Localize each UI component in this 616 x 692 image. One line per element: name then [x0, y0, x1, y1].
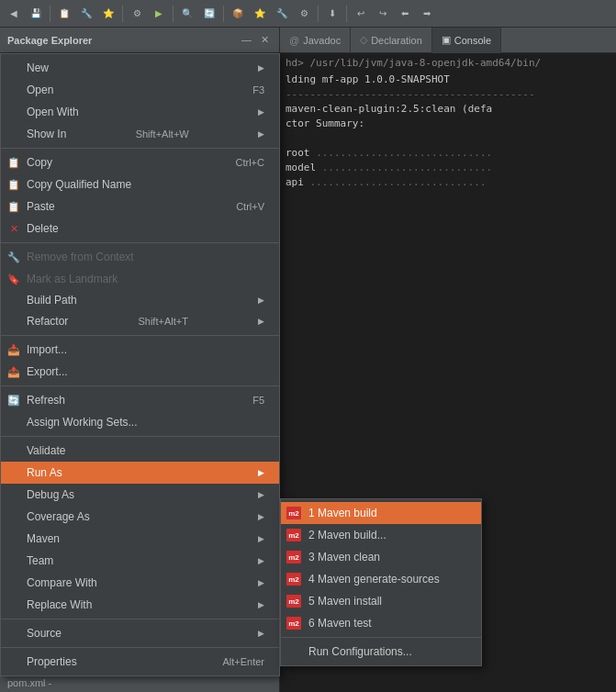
toolbar-star2-btn[interactable]: ⭐	[250, 4, 270, 24]
toolbar-run-btn[interactable]: ▶	[149, 4, 169, 24]
menu-label: Replace With	[27, 598, 92, 611]
submenu-separator	[281, 637, 481, 638]
toolbar-prev-btn[interactable]: ⬅	[395, 4, 415, 24]
console-line-blank	[286, 131, 610, 146]
toolbar-build-btn[interactable]: 🔧	[272, 4, 292, 24]
menu-item-open[interactable]: Open F3	[1, 79, 279, 101]
console-line-root: root .............................	[286, 146, 610, 161]
menu-item-assign-working-sets[interactable]: Assign Working Sets...	[1, 411, 279, 433]
menu-item-maven[interactable]: Maven ▶	[1, 528, 279, 550]
package-explorer-title: Package Explorer	[7, 35, 92, 46]
menu-item-replace-with[interactable]: Replace With ▶	[1, 594, 279, 616]
submenu-arrow-icon: ▶	[258, 600, 264, 609]
menu-item-delete[interactable]: ✕ Delete	[1, 218, 279, 240]
menu-shortcut: Shift+Alt+W	[136, 128, 189, 140]
panel-header-buttons: — ✕	[239, 34, 272, 46]
menu-item-paste[interactable]: 📋 Paste Ctrl+V	[1, 195, 279, 218]
menu-item-run-as[interactable]: Run As ▶	[1, 462, 279, 484]
menu-item-open-with[interactable]: Open With ▶	[1, 101, 279, 123]
menu-shortcut: F3	[252, 84, 264, 95]
menu-item-team[interactable]: Team ▶	[1, 550, 279, 572]
toolbar-config-btn[interactable]: ⚙	[294, 4, 314, 24]
menu-label: Show In	[27, 128, 66, 140]
console-line-3: ctor Summary:	[286, 117, 610, 131]
toolbar-settings-btn[interactable]: 🔧	[76, 4, 96, 24]
menu-separator	[1, 619, 279, 619]
toolbar-copy-btn[interactable]: 📋	[54, 4, 74, 24]
toolbar-search-btn[interactable]: 🔍	[177, 4, 197, 24]
tab-declaration[interactable]: ◇ Declaration	[351, 28, 432, 53]
submenu-item-maven-install[interactable]: m2 5 Maven install	[281, 590, 481, 612]
m2-icon: m2	[286, 617, 301, 630]
toolbar-star-btn[interactable]: ⭐	[98, 4, 118, 24]
menu-item-copy[interactable]: 📋 Copy Ctrl+C	[1, 151, 279, 173]
submenu-arrow-icon: ▶	[258, 468, 264, 477]
menu-item-debug-as[interactable]: Debug As ▶	[1, 484, 279, 506]
menu-item-export[interactable]: 📤 Export...	[1, 361, 279, 383]
import-icon: 📥	[6, 342, 21, 357]
tab-label: Javadoc	[303, 35, 341, 46]
declaration-tab-icon: ◇	[360, 34, 367, 46]
console-path-text: /usr/lib/jvm/java-8-openjdk-amd64/bin/	[310, 57, 542, 69]
menu-item-copy-qualified[interactable]: 📋 Copy Qualified Name	[1, 173, 279, 195]
m2-icon: m2	[286, 507, 301, 519]
toolbar-redo-btn[interactable]: ↪	[373, 4, 393, 24]
toolbar-undo-btn[interactable]: ↩	[351, 4, 371, 24]
submenu-arrow-icon: ▶	[258, 63, 264, 73]
submenu-item-maven-build-2[interactable]: m2 2 Maven build...	[281, 524, 481, 546]
submenu-item-run-configs[interactable]: Run Configurations...	[281, 641, 481, 663]
menu-label: Source	[27, 627, 62, 640]
submenu-item-maven-build-1[interactable]: m2 1 Maven build	[281, 502, 481, 524]
m2-icon: m2	[286, 529, 301, 541]
panel-minimize-btn[interactable]: —	[239, 34, 254, 46]
paste-icon: 📋	[6, 199, 21, 214]
toolbar-gear-btn[interactable]: ⚙	[127, 4, 147, 24]
toolbar-down-btn[interactable]: ⬇	[322, 4, 342, 24]
menu-item-coverage-as[interactable]: Coverage As ▶	[1, 506, 279, 528]
m2-icon: m2	[286, 573, 301, 586]
dots-2: ............................	[322, 162, 492, 173]
menu-item-new[interactable]: New ▶	[1, 57, 279, 79]
tab-javadoc[interactable]: @ Javadoc	[280, 28, 351, 53]
submenu-item-label: 5 Maven install	[308, 595, 382, 608]
menu-item-refresh[interactable]: 🔄 Refresh F5	[1, 389, 279, 411]
menu-item-mark-landmark: 🔖 Mark as Landmark	[1, 268, 279, 290]
menu-label: Open	[27, 84, 53, 96]
menu-item-build-path[interactable]: Build Path ▶	[1, 290, 279, 310]
submenu-item-maven-test[interactable]: m2 6 Maven test	[281, 612, 481, 634]
menu-label: Delete	[27, 222, 59, 235]
toolbar-back-btn[interactable]: ◀	[4, 4, 24, 24]
submenu-arrow-icon: ▶	[258, 578, 264, 587]
menu-item-import[interactable]: 📥 Import...	[1, 339, 279, 361]
submenu-item-maven-clean[interactable]: m2 3 Maven clean	[281, 546, 481, 568]
menu-label: Coverage As	[27, 510, 90, 523]
tab-console[interactable]: ▣ Console	[432, 28, 501, 53]
toolbar-refresh-btn[interactable]: 🔄	[199, 4, 219, 24]
menu-separator	[1, 436, 279, 437]
menu-item-validate[interactable]: Validate	[1, 440, 279, 462]
menu-label: Assign Working Sets...	[27, 416, 138, 429]
menu-item-show-in[interactable]: Show In Shift+Alt+W ▶	[1, 123, 279, 145]
context-menu: New ▶ Open F3 Open With ▶ Show In Shift+…	[0, 53, 280, 676]
menu-item-source[interactable]: Source ▶	[1, 622, 279, 644]
menu-label: Mark as Landmark	[27, 273, 118, 285]
toolbar-pkg-btn[interactable]: 📦	[228, 4, 248, 24]
toolbar-next-btn[interactable]: ➡	[417, 4, 437, 24]
toolbar-save-btn[interactable]: 💾	[26, 4, 46, 24]
copy-qualified-icon: 📋	[6, 177, 21, 192]
bottom-status-text: pom.xml -	[7, 677, 51, 688]
submenu-arrow-icon: ▶	[258, 534, 264, 543]
menu-label: Refactor	[27, 315, 68, 328]
m2-icon: m2	[286, 551, 301, 564]
menu-item-compare-with[interactable]: Compare With ▶	[1, 572, 279, 594]
menu-item-properties[interactable]: Properties Alt+Enter	[1, 651, 279, 673]
panel-close-btn[interactable]: ✕	[258, 34, 272, 46]
toolbar-sep-5	[318, 6, 319, 22]
console-line-model: model ............................	[286, 161, 610, 175]
delete-icon: ✕	[6, 221, 21, 236]
menu-item-refactor[interactable]: Refactor Shift+Alt+T ▶	[1, 310, 279, 332]
submenu-item-label: 4 Maven generate-sources	[308, 573, 440, 586]
console-tab-icon: ▣	[442, 34, 451, 46]
submenu-item-maven-generate[interactable]: m2 4 Maven generate-sources	[281, 568, 481, 590]
submenu-arrow-icon: ▶	[258, 129, 264, 139]
